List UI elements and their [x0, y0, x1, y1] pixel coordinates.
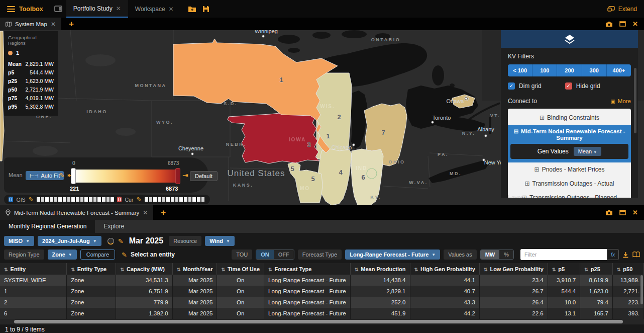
resource-dropdown[interactable]: Wind▼: [205, 236, 235, 246]
map-region-4[interactable]: [318, 149, 352, 205]
formula-fx-button[interactable]: fx: [607, 249, 619, 260]
kv-filter-button[interactable]: < 100: [508, 64, 532, 76]
tab-forecast-summary[interactable]: Mid-Term Nodal Renewable Forecast - Summ…: [0, 205, 153, 220]
gis-source-icon[interactable]: [9, 197, 13, 202]
table-row[interactable]: 1Zone6,751.9Mar 2025OnLong-Range Forecas…: [0, 286, 644, 297]
add-folder-icon[interactable]: [188, 6, 196, 13]
column-header-p5[interactable]: ⇅p5: [548, 263, 580, 275]
column-header-p25[interactable]: ⇅p25: [580, 263, 613, 275]
maximize-panel-icon[interactable]: [619, 210, 626, 215]
more-button[interactable]: ▣ More: [610, 98, 631, 104]
connection-item[interactable]: ⊞Transmission Outages - Actual: [508, 177, 631, 191]
kv-filter-button[interactable]: 200: [557, 64, 582, 76]
sort-icon[interactable]: ⇅: [221, 267, 225, 272]
cur-source-icon[interactable]: [117, 197, 122, 202]
scale-max-handle[interactable]: [175, 168, 180, 184]
entity-selector[interactable]: Select an entity: [131, 251, 175, 258]
close-panel-icon[interactable]: ✕: [632, 209, 638, 216]
gen-values-dropdown[interactable]: Mean ▼: [574, 147, 602, 156]
auto-fit-button[interactable]: ⊢⊣ Auto Fit: [26, 171, 64, 180]
kv-filter-button[interactable]: 100: [532, 64, 557, 76]
sort-icon[interactable]: ⇅: [414, 267, 418, 272]
maximize-panel-icon[interactable]: [619, 21, 626, 27]
sort-icon[interactable]: ⇅: [355, 267, 359, 272]
table-row[interactable]: 6Zone1,392.0Mar 2025OnLong-Range Forecas…: [0, 308, 644, 319]
edit-gis-icon[interactable]: ✎: [29, 196, 34, 203]
toolbox-button[interactable]: Toolbox: [19, 6, 43, 13]
close-tab-icon[interactable]: ✕: [51, 21, 56, 28]
edit-scale-icon[interactable]: ✎: [59, 172, 65, 179]
connection-item[interactable]: ⊞Binding Constraints: [508, 111, 631, 125]
table-row[interactable]: SYSTEM_WIDEZone34,531.3Mar 2025OnLong-Ra…: [0, 275, 644, 286]
close-tab-icon[interactable]: ✕: [116, 5, 121, 12]
extend-button[interactable]: Extend: [607, 0, 644, 18]
snapshot-camera-icon[interactable]: [605, 21, 613, 27]
scale-min-handle[interactable]: [71, 168, 76, 184]
sort-icon[interactable]: ⇅: [484, 267, 488, 272]
column-header-capacity-mw-[interactable]: ⇅Capacity (MW): [116, 263, 172, 275]
tab-system-map[interactable]: System Map ✕: [0, 18, 61, 30]
subtab-explore[interactable]: Explore: [95, 220, 133, 233]
scale-max-arrow-icon[interactable]: ⇥: [182, 171, 188, 179]
dim-grid-checkbox[interactable]: ✓: [508, 82, 515, 90]
connection-item[interactable]: ⊞Transmission Outages - Planned: [508, 191, 631, 198]
close-panel-icon[interactable]: ✕: [632, 20, 638, 28]
edit-date-icon[interactable]: ✎: [118, 237, 124, 245]
column-header-mean-production[interactable]: ⇅Mean Production: [350, 263, 410, 275]
panel-layout-icon[interactable]: [54, 6, 62, 12]
filter-input[interactable]: [520, 249, 607, 260]
snapshot-camera-icon[interactable]: [605, 210, 613, 216]
sort-icon[interactable]: ⇅: [4, 267, 8, 272]
sort-icon[interactable]: ⇅: [177, 267, 181, 272]
close-tab-icon[interactable]: ✕: [143, 209, 148, 216]
sort-icon[interactable]: ⇅: [268, 267, 272, 272]
edit-cur-icon[interactable]: ✎: [136, 196, 142, 203]
region-type-dropdown[interactable]: Zone▼: [48, 249, 77, 260]
tou-on-button[interactable]: ON: [256, 250, 274, 259]
workspace-tab-portfolio-study[interactable]: Portfolio Study ✕: [66, 0, 128, 18]
values-percent-button[interactable]: %: [499, 250, 513, 259]
subtab-monthly-regional-generation[interactable]: Monthly Regional Generation: [0, 220, 95, 233]
globe-icon[interactable]: [107, 237, 115, 245]
compare-button[interactable]: Compare: [80, 249, 115, 260]
sort-icon[interactable]: ⇅: [120, 267, 124, 272]
close-tab-icon[interactable]: ✕: [169, 6, 174, 13]
column-header-low-gen-probability[interactable]: ⇅Low Gen Probability: [479, 263, 548, 275]
panel-scrollbar[interactable]: [634, 68, 636, 133]
tou-off-button[interactable]: OFF: [274, 250, 294, 259]
kv-filter-button[interactable]: 300: [582, 64, 607, 76]
column-header-entity[interactable]: ⇅Entity: [0, 263, 67, 275]
sort-icon[interactable]: ⇅: [584, 267, 588, 272]
table-horizontal-scrollbar[interactable]: [0, 319, 644, 324]
column-header-high-gen-probability[interactable]: ⇅High Gen Probability: [410, 263, 479, 275]
hide-grid-checkbox[interactable]: ✓: [565, 82, 572, 90]
iso-dropdown[interactable]: MISO▼: [4, 236, 34, 246]
open-map-book-icon[interactable]: [632, 252, 640, 258]
add-tab-button[interactable]: +: [161, 205, 166, 220]
column-header-forecast-type[interactable]: ⇅Forecast Type: [264, 263, 351, 275]
kv-filter-button[interactable]: 400+: [607, 64, 631, 76]
edit-entity-icon[interactable]: ✎: [122, 251, 127, 259]
sort-icon[interactable]: ⇅: [71, 267, 75, 272]
column-header-month-year[interactable]: ⇅Month/Year: [172, 263, 217, 275]
color-gradient-bar[interactable]: [73, 170, 179, 183]
forecast-type-dropdown[interactable]: Long-Range Forecast - Future▼: [345, 249, 440, 260]
period-dropdown[interactable]: 2024_Jun-Jul-Aug▼: [38, 236, 101, 246]
download-icon[interactable]: [622, 252, 629, 258]
workspace-tab-workspace[interactable]: Workspace ✕: [128, 0, 181, 18]
table-row[interactable]: 2Zone779.9Mar 2025OnLong-Range Forecast …: [0, 297, 644, 308]
connection-item-selected[interactable]: ⊞Mid-Term Nodal Renewable Forecast - Sum…: [508, 125, 631, 162]
sort-icon[interactable]: ⇅: [617, 267, 621, 272]
map-viewport[interactable]: MONTANAORE.IDAHOWYO.S.D.NEBR.KANS.OHIOW.…: [0, 30, 644, 205]
connection-item[interactable]: ⊞Pnodes - Market Prices: [508, 162, 631, 177]
table-vertical-scrollbar[interactable]: [640, 275, 643, 319]
values-mw-button[interactable]: MW: [481, 250, 500, 259]
column-header-time-of-use[interactable]: ⇅Time Of Use: [217, 263, 264, 275]
column-header-p50[interactable]: ⇅p50: [612, 263, 643, 275]
default-scale-button[interactable]: Default: [190, 171, 218, 181]
save-icon[interactable]: [202, 6, 209, 13]
map-region-west-sliver[interactable]: [0, 31, 4, 161]
column-header-entity-type[interactable]: ⇅Entity Type: [67, 263, 116, 275]
menu-icon[interactable]: [7, 6, 15, 12]
add-tab-button[interactable]: +: [69, 18, 74, 30]
